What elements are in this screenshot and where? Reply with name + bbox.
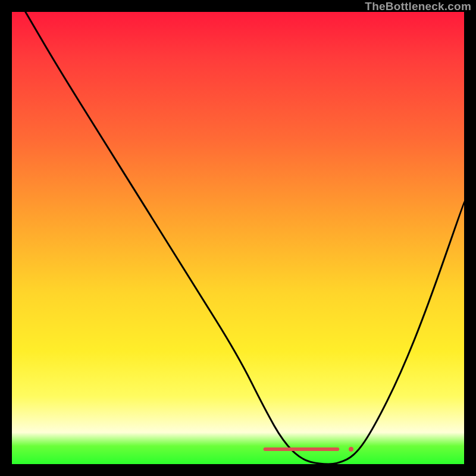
chart-frame: TheBottleneck.com xyxy=(0,0,476,476)
watermark-text: TheBottleneck.com xyxy=(365,0,471,13)
chart-svg xyxy=(12,12,464,464)
bottleneck-curve xyxy=(26,12,464,464)
red-dot-marker xyxy=(349,447,353,452)
plot-area xyxy=(12,12,464,464)
